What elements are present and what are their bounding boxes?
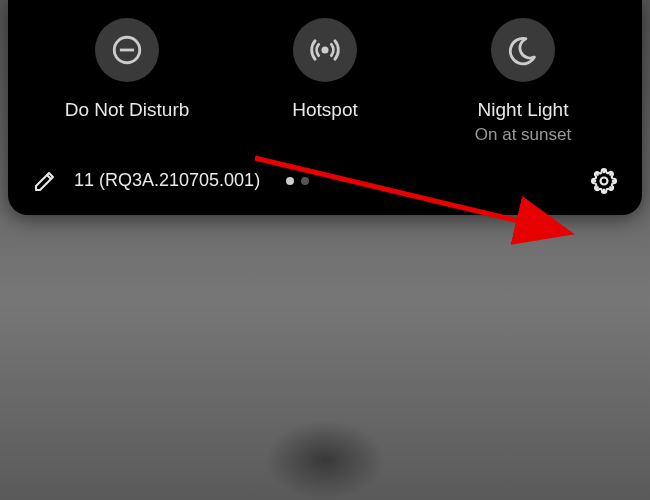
panel-footer: 11 (RQ3A.210705.001)	[8, 145, 642, 203]
hotspot-icon	[293, 18, 357, 82]
build-version: 11 (RQ3A.210705.001)	[74, 170, 260, 191]
tile-hotspot[interactable]: Hotspot	[235, 18, 415, 145]
tile-label: Hotspot	[292, 98, 357, 123]
tile-night-light[interactable]: Night Light On at sunset	[433, 18, 613, 145]
pencil-icon[interactable]	[32, 168, 58, 194]
tile-sublabel: On at sunset	[475, 125, 571, 145]
tile-do-not-disturb[interactable]: Do Not Disturb	[37, 18, 217, 145]
page-dot-active	[286, 177, 294, 185]
page-indicator	[286, 177, 309, 185]
tile-label: Night Light	[478, 98, 569, 123]
quick-tiles-row: Do Not Disturb Hotspot Night Light	[8, 18, 642, 145]
do-not-disturb-icon	[95, 18, 159, 82]
quick-settings-panel: Do Not Disturb Hotspot Night Light	[8, 0, 642, 215]
tile-label: Do Not Disturb	[65, 98, 190, 123]
gear-icon[interactable]	[590, 167, 618, 195]
svg-point-2	[321, 46, 328, 53]
page-dot-inactive	[301, 177, 309, 185]
svg-point-4	[601, 177, 608, 184]
moon-icon	[491, 18, 555, 82]
